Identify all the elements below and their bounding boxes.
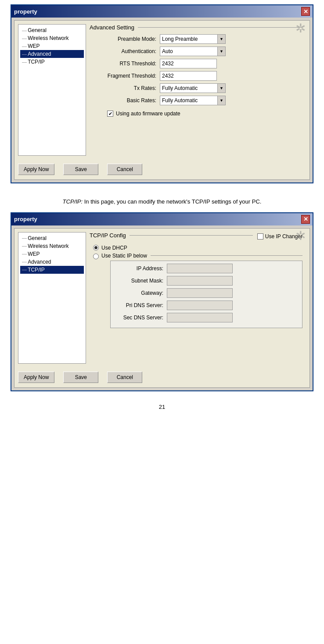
window2-main-content: General Wireless Network WEP Advanced TC… (14, 229, 310, 367)
fragment-label: Fragment Threshold: (90, 73, 160, 79)
button-row-1: Apply Now Save Cancel (14, 159, 310, 179)
sidebar-item-tcpip-2[interactable]: TCP/IP (20, 266, 84, 274)
window1-main-content: General Wireless Network WEP Advanced TC… (14, 21, 310, 159)
subnet-mask-input[interactable] (167, 276, 233, 286)
title-bar-2: property ✕ (11, 213, 313, 225)
cancel-button-2[interactable]: Cancel (107, 372, 142, 383)
cancel-button-1[interactable]: Cancel (107, 164, 142, 175)
apply-now-button-2[interactable]: Apply Now (18, 372, 54, 383)
deco-icon-1: ✲ (292, 19, 309, 37)
description-italic: TCP/IP: (63, 198, 83, 205)
sidebar-item-wep-1[interactable]: WEP (20, 42, 84, 50)
advanced-settings-window: property ✕ ✲ General Wireless Network WE… (11, 4, 313, 183)
basicrates-arrow[interactable]: ▼ (217, 96, 225, 105)
apply-now-button-1[interactable]: Apply Now (18, 164, 54, 175)
auto-firmware-row: ✔ Using auto firmware update (107, 111, 302, 117)
preamble-arrow[interactable]: ▼ (217, 35, 225, 43)
save-button-2[interactable]: Save (63, 372, 98, 383)
rts-input[interactable] (160, 59, 217, 68)
basicrates-select[interactable]: Fully Automatic ▼ (160, 96, 226, 105)
auth-select[interactable]: Auto ▼ (160, 47, 226, 56)
window1-inner: ✲ General Wireless Network WEP Advanced (14, 20, 310, 180)
use-dhcp-label: Use DHCP (101, 245, 127, 251)
static-ip-group: IP Address: Subnet Mask: (110, 261, 302, 328)
auth-row: Authentication: Auto ▼ (90, 47, 302, 56)
sec-dns-label: Sec DNS Server: (114, 315, 167, 321)
auth-arrow[interactable]: ▼ (217, 47, 225, 56)
txrates-value: Fully Automatic (160, 85, 217, 91)
page-number: 21 (159, 404, 165, 410)
sidebar-item-wireless-1[interactable]: Wireless Network (20, 34, 84, 42)
sidebar-item-general-2[interactable]: General (20, 234, 84, 242)
gateway-input[interactable] (167, 288, 233, 298)
sidebar-item-advanced-1[interactable]: Advanced (20, 50, 84, 58)
window2-inner: ✲ General Wireless Network WEP Advanced (14, 228, 310, 388)
sidebar-item-wireless-2[interactable]: Wireless Network (20, 242, 84, 250)
sec-dns-input[interactable] (167, 313, 233, 322)
preamble-select[interactable]: Long Preamble ▼ (160, 34, 226, 44)
pri-dns-row: Pri DNS Server: (114, 301, 299, 310)
use-dhcp-option: Use DHCP (93, 245, 302, 251)
ip-address-input[interactable] (167, 264, 233, 273)
preamble-label: Preamble Mode: (90, 36, 160, 42)
auto-firmware-checkbox[interactable]: ✔ (107, 111, 113, 117)
preamble-mode-row: Preamble Mode: Long Preamble ▼ (90, 34, 302, 44)
basicrates-value: Fully Automatic (160, 97, 217, 104)
ip-address-label: IP Address: (114, 265, 167, 272)
txrates-arrow[interactable]: ▼ (217, 84, 225, 93)
pri-dns-label: Pri DNS Server: (114, 302, 167, 308)
deco-icon-2: ✲ (292, 227, 309, 245)
window2-title: property (14, 216, 37, 222)
sec-dns-row: Sec DNS Server: (114, 313, 299, 322)
gateway-label: Gateway: (114, 290, 167, 296)
sidebar-item-tcpip-1[interactable]: TCP/IP (20, 58, 84, 66)
use-static-radio[interactable] (93, 254, 99, 259)
close-button-2[interactable]: ✕ (301, 215, 310, 224)
ip-address-row: IP Address: (114, 264, 299, 273)
close-button-1[interactable]: ✕ (301, 7, 310, 16)
description: TCP/IP: In this page, you can modify the… (63, 197, 262, 206)
rts-label: RTS Threshold: (90, 61, 160, 67)
panel-title-1: Advanced Setting (90, 24, 302, 31)
txrates-label: Tx Rates: (90, 85, 160, 91)
auth-label: Authentication: (90, 48, 160, 54)
advanced-settings-panel: Advanced Setting Preamble Mode: Long Pre… (86, 24, 306, 156)
page-wrapper: property ✕ ✲ General Wireless Network WE… (0, 4, 324, 410)
subnet-mask-row: Subnet Mask: (114, 276, 299, 286)
tcpip-window: property ✕ ✲ General Wireless Network WE… (11, 212, 313, 391)
sidebar-item-advanced-2[interactable]: Advanced (20, 258, 84, 266)
auth-value: Auto (160, 48, 217, 54)
txrates-select[interactable]: Fully Automatic ▼ (160, 83, 226, 93)
window1-title: property (14, 8, 37, 15)
tcpip-panel-title: TCP/IP Config (90, 232, 253, 239)
basicrates-row: Basic Rates: Fully Automatic ▼ (90, 96, 302, 105)
preamble-value: Long Preamble (160, 36, 217, 42)
fragment-input[interactable] (160, 71, 217, 81)
sidebar-2: General Wireless Network WEP Advanced TC… (18, 232, 86, 364)
rts-row: RTS Threshold: (90, 59, 302, 68)
txrates-row: Tx Rates: Fully Automatic ▼ (90, 83, 302, 93)
use-static-label: Use Static IP below (101, 253, 147, 259)
subnet-mask-label: Subnet Mask: (114, 278, 167, 284)
sidebar-item-general-1[interactable]: General (20, 26, 84, 34)
gateway-row: Gateway: (114, 288, 299, 298)
description-body: In this page, you can modify the network… (83, 198, 261, 205)
save-button-1[interactable]: Save (63, 164, 98, 175)
sidebar-1: General Wireless Network WEP Advanced TC… (18, 24, 86, 156)
sidebar-item-wep-2[interactable]: WEP (20, 250, 84, 258)
title-bar-1: property ✕ (11, 5, 313, 18)
basicrates-label: Basic Rates: (90, 97, 160, 104)
use-ip-changer-checkbox[interactable] (257, 233, 263, 240)
button-row-2: Apply Now Save Cancel (14, 367, 310, 387)
tcpip-settings-panel: TCP/IP Config Use IP Changer Use DHCP (86, 232, 306, 364)
auto-firmware-label: Using auto firmware update (116, 111, 180, 117)
fragment-row: Fragment Threshold: (90, 71, 302, 81)
use-dhcp-radio[interactable] (93, 245, 99, 250)
pri-dns-input[interactable] (167, 301, 233, 310)
